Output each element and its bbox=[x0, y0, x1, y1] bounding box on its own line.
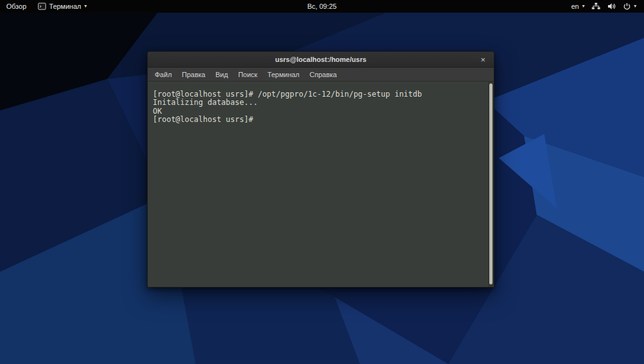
menu-item-view[interactable]: Вид bbox=[210, 68, 233, 82]
activities-label: Обзор bbox=[6, 3, 27, 10]
app-menu-terminal[interactable]: Терминал ▾ bbox=[38, 3, 87, 10]
terminal-line: [root@localhost usrs]# /opt/pgpro/1c-12/… bbox=[153, 90, 485, 99]
power-icon bbox=[623, 3, 631, 10]
keyboard-layout-label: en bbox=[571, 3, 579, 10]
scrollbar-thumb[interactable] bbox=[489, 83, 492, 284]
chevron-down-icon: ▾ bbox=[634, 4, 636, 9]
scrollbar-track[interactable] bbox=[488, 82, 494, 287]
terminal-line: Initalizing database... bbox=[153, 99, 485, 107]
menu-bar: Файл Правка Вид Поиск Терминал Справка bbox=[148, 68, 494, 82]
activities-button[interactable]: Обзор bbox=[6, 3, 27, 10]
terminal-icon bbox=[38, 3, 46, 10]
app-menu-label: Терминал bbox=[49, 3, 81, 10]
menu-item-file[interactable]: Файл bbox=[150, 68, 177, 82]
clock-label: Вс, 09:25 bbox=[307, 3, 337, 10]
menu-item-edit[interactable]: Правка bbox=[177, 68, 210, 82]
volume-icon[interactable] bbox=[607, 3, 616, 10]
terminal-window: usrs@localhost:/home/usrs × Файл Правка … bbox=[147, 51, 494, 288]
menu-item-terminal[interactable]: Терминал bbox=[263, 68, 305, 82]
terminal-line: OK bbox=[153, 107, 485, 116]
desktop: Обзор Терминал ▾ Вс, 09:25 en ▾ bbox=[0, 0, 644, 364]
window-titlebar[interactable]: usrs@localhost:/home/usrs × bbox=[148, 52, 494, 68]
chevron-down-icon: ▾ bbox=[84, 4, 86, 9]
menu-item-search[interactable]: Поиск bbox=[233, 68, 262, 82]
keyboard-layout-button[interactable]: en ▾ bbox=[571, 3, 585, 10]
system-menu-button[interactable]: ▾ bbox=[623, 3, 636, 10]
network-icon[interactable] bbox=[592, 3, 600, 10]
chevron-down-icon: ▾ bbox=[582, 4, 585, 9]
terminal-line: [root@localhost usrs]# bbox=[153, 116, 485, 124]
terminal-content[interactable]: [root@localhost usrs]# /opt/pgpro/1c-12/… bbox=[148, 82, 494, 287]
close-button[interactable]: × bbox=[476, 52, 490, 68]
top-bar: Обзор Терминал ▾ Вс, 09:25 en ▾ bbox=[0, 0, 644, 13]
clock-button[interactable]: Вс, 09:25 bbox=[307, 0, 337, 13]
window-title: usrs@localhost:/home/usrs bbox=[275, 56, 367, 63]
menu-item-help[interactable]: Справка bbox=[304, 68, 342, 82]
